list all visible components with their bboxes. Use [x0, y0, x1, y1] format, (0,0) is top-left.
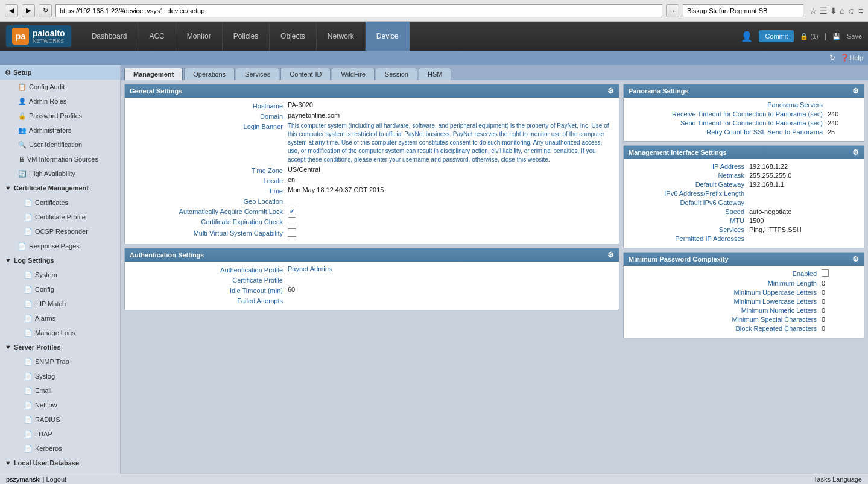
- mgmt-interface-gear[interactable]: ⚙: [852, 148, 859, 157]
- status-left: pszymanski | Logout: [6, 476, 66, 483]
- min-numeric-value: 0: [822, 307, 858, 314]
- sidebar-item-config[interactable]: 📄 Config: [0, 282, 120, 297]
- idle-timeout-row: Idle Timeout (min) 60: [131, 286, 613, 294]
- tab-operations[interactable]: Operations: [184, 68, 235, 80]
- cert-expiration-check-box[interactable]: [288, 217, 296, 225]
- tasks-link[interactable]: Tasks: [814, 476, 831, 483]
- go-button[interactable]: →: [666, 4, 679, 17]
- header-actions: 👤 Commit 🔒 (1) | 💾 Save: [741, 30, 862, 42]
- logout-link[interactable]: Logout: [46, 476, 66, 483]
- mtu-label: MTU: [630, 217, 749, 224]
- reader-icon[interactable]: ☰: [820, 6, 828, 16]
- sidebar-item-password-profiles[interactable]: 🔒 Password Profiles: [0, 108, 120, 123]
- sidebar-item-local-user-db[interactable]: ▼ Local User Database: [0, 456, 120, 470]
- sidebar-item-setup[interactable]: ⚙ Setup: [0, 65, 120, 80]
- save-button[interactable]: Save: [847, 33, 862, 40]
- sidebar-item-certificate-profile[interactable]: 📄 Certificate Profile: [0, 210, 120, 224]
- multi-vsys-checkbox[interactable]: [288, 228, 613, 238]
- auto-commit-checkbox[interactable]: ✔: [288, 207, 613, 215]
- content-area: Management Operations Services Content-I…: [121, 65, 868, 484]
- refresh-button[interactable]: ↻: [39, 4, 52, 17]
- sidebar-item-netflow[interactable]: 📄 Netflow: [0, 398, 120, 412]
- tab-device[interactable]: Device: [366, 22, 410, 51]
- sidebar-item-response-pages[interactable]: 📄 Response Pages: [0, 239, 120, 253]
- server-profiles-icon: ▼: [5, 342, 11, 353]
- sidebar-item-ocsp[interactable]: 📄 OCSP Responder: [0, 224, 120, 239]
- general-settings-gear[interactable]: ⚙: [607, 87, 614, 95]
- sidebar-item-log-settings[interactable]: ▼ Log Settings: [0, 253, 120, 268]
- sidebar-item-server-profiles[interactable]: ▼ Server Profiles: [0, 340, 120, 354]
- sidebar-item-user-identification[interactable]: 🔍 User Identification: [0, 137, 120, 152]
- username: pszymanski: [6, 476, 40, 483]
- tab-services[interactable]: Services: [236, 68, 279, 80]
- tab-management[interactable]: Management: [124, 68, 183, 80]
- block-repeated-label: Block Repeated Characters: [630, 325, 822, 332]
- tab-dashboard[interactable]: Dashboard: [81, 22, 139, 51]
- panorama-settings-gear[interactable]: ⚙: [852, 87, 859, 95]
- ipv6-prefix-row: IPv6 Address/Prefix Length: [630, 190, 858, 197]
- cert-expiration-checkbox[interactable]: [288, 217, 613, 227]
- auto-commit-check-box[interactable]: ✔: [288, 207, 296, 215]
- tab-objects[interactable]: Objects: [270, 22, 317, 51]
- forward-button[interactable]: ▶: [22, 4, 35, 17]
- tab-wildfire[interactable]: WildFire: [332, 68, 374, 80]
- auth-profile-value: Paynet Admins: [288, 265, 613, 272]
- panorama-settings-body: Panorama Servers Receive Timeout for Con…: [624, 98, 864, 141]
- browser-search-input[interactable]: [683, 4, 803, 17]
- send-timeout-value: 240: [828, 119, 858, 127]
- tab-network[interactable]: Network: [317, 22, 366, 51]
- sidebar-item-radius[interactable]: 📄 RADIUS: [0, 412, 120, 427]
- main-layout: ⚙ Setup 📋 Config Audit 👤 Admin Roles 🔒 P…: [0, 65, 868, 484]
- url-bar[interactable]: [55, 4, 662, 17]
- multi-vsys-row: Multi Virtual System Capability: [131, 228, 613, 238]
- sidebar-item-config-audit[interactable]: 📋 Config Audit: [0, 80, 120, 94]
- multi-vsys-check-box[interactable]: [288, 228, 296, 237]
- tab-content-id[interactable]: Content-ID: [280, 68, 331, 80]
- sidebar-item-high-availability[interactable]: 🔄 High Availability: [0, 166, 120, 181]
- min-numeric-label: Minimum Numeric Letters: [630, 307, 822, 314]
- commit-button[interactable]: Commit: [759, 30, 794, 42]
- sidebar-item-kerberos[interactable]: 📄 Kerberos: [0, 441, 120, 456]
- sidebar-item-email[interactable]: 📄 Email: [0, 383, 120, 398]
- sidebar-item-certificate-management[interactable]: ▼ Certificate Management: [0, 181, 120, 195]
- tab-session[interactable]: Session: [376, 68, 417, 80]
- idle-timeout-label: Idle Timeout (min): [131, 286, 288, 294]
- help-button[interactable]: Help: [849, 54, 863, 61]
- time-value: Mon May 18 12:40:37 CDT 2015: [288, 186, 613, 193]
- tab-policies[interactable]: Policies: [223, 22, 270, 51]
- sidebar-item-ldap[interactable]: 📄 LDAP: [0, 427, 120, 441]
- speed-row: Speed auto-negotiate: [630, 208, 858, 215]
- sidebar-item-snmp[interactable]: 📄 SNMP Trap: [0, 354, 120, 369]
- permitted-ips-row: Permitted IP Addresses: [630, 235, 858, 242]
- language-link[interactable]: Language: [832, 476, 862, 483]
- enabled-checkbox[interactable]: [822, 269, 858, 278]
- auth-settings-gear[interactable]: ⚙: [607, 251, 614, 259]
- sidebar-item-vm-information[interactable]: 🖥 VM Information Sources: [0, 152, 120, 166]
- panorama-servers-label[interactable]: Panorama Servers: [630, 101, 828, 108]
- radius-icon: 📄: [24, 414, 33, 425]
- download-icon[interactable]: ⬇: [830, 6, 837, 16]
- tab-monitor[interactable]: Monitor: [176, 22, 223, 51]
- tab-hsm[interactable]: HSM: [419, 68, 451, 80]
- star-icon[interactable]: ☆: [809, 6, 817, 16]
- sidebar-item-system[interactable]: 📄 System: [0, 268, 120, 282]
- sidebar-item-manage-logs[interactable]: 📄 Manage Logs: [0, 325, 120, 340]
- refresh-icon[interactable]: ↻: [829, 54, 835, 62]
- menu-icon[interactable]: ≡: [858, 6, 863, 16]
- home-icon[interactable]: ⌂: [840, 6, 844, 16]
- sidebar-item-syslog[interactable]: 📄 Syslog: [0, 369, 120, 383]
- enabled-check-box[interactable]: [822, 269, 829, 277]
- min-password-gear[interactable]: ⚙: [852, 255, 859, 263]
- back-button[interactable]: ◀: [5, 4, 18, 17]
- sidebar-item-certificates[interactable]: 📄 Certificates: [0, 195, 120, 210]
- tab-acc[interactable]: ACC: [138, 22, 176, 51]
- sidebar-item-alarms[interactable]: 📄 Alarms: [0, 311, 120, 325]
- timezone-row: Time Zone US/Central: [131, 166, 613, 174]
- netmask-row: Netmask 255.255.255.0: [630, 172, 858, 179]
- sidebar-item-hip-match[interactable]: 📄 HIP Match: [0, 297, 120, 311]
- email-icon: 📄: [24, 385, 33, 396]
- sidebar-item-admin-roles[interactable]: 👤 Admin Roles: [0, 94, 120, 108]
- sidebar-item-administrators[interactable]: 👥 Administrators: [0, 123, 120, 137]
- emoji-icon[interactable]: ☺: [847, 6, 856, 16]
- logo-icon: pa: [12, 28, 29, 45]
